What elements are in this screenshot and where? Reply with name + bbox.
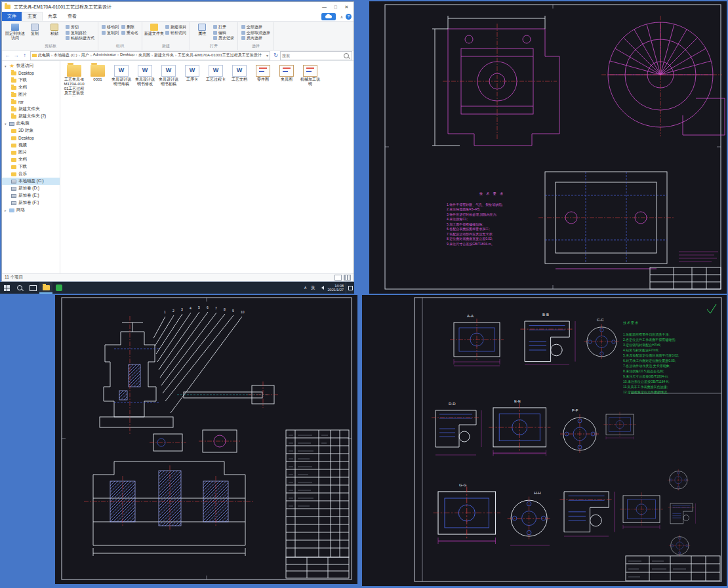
file-item[interactable]: W 0001 (87, 65, 109, 96)
breadcrumb-item[interactable]: Desktop (120, 52, 138, 58)
file-item[interactable]: W 工艺过程卡 (205, 65, 227, 96)
details-view-icon[interactable] (334, 275, 342, 281)
sidebar-item[interactable]: Desktop (2, 134, 60, 142)
tab-file[interactable]: 文件 (2, 12, 22, 21)
sidebar-item[interactable]: 音乐 (2, 170, 60, 178)
invert-selection-icon (241, 36, 245, 40)
file-item[interactable]: W 夹具设计说明书初稿 (157, 65, 180, 96)
sidebar-item[interactable]: 图片 (2, 91, 60, 98)
minimize-button[interactable]: — (319, 3, 330, 11)
sidebar-item[interactable]: 新建文件夹 (2) (2, 113, 60, 120)
tab-home[interactable]: 主页 (22, 12, 43, 21)
delete-button[interactable]: 删除 (121, 24, 138, 30)
rename-button[interactable]: 重命名 (121, 30, 138, 36)
refresh-button[interactable]: ↻ (272, 52, 280, 58)
properties-button[interactable]: 属性 (192, 23, 212, 37)
breadcrumb-item[interactable]: 此电脑 (38, 52, 54, 58)
sidebar-item[interactable]: 下载 (2, 163, 60, 170)
select-all-button[interactable]: 全部选择 (241, 24, 270, 30)
taskbar-explorer-button[interactable] (39, 282, 52, 294)
file-item[interactable]: W 工艺文档 (228, 65, 251, 96)
sidebar-item[interactable]: Desktop (2, 69, 60, 77)
sidebar-item[interactable]: 文档 (2, 156, 60, 163)
file-item[interactable]: W 工序卡 (181, 65, 203, 96)
section-label: F-F (572, 408, 578, 412)
help-icon[interactable]: ? (346, 14, 352, 20)
file-item[interactable]: W 工艺夹具-EM170A-01001工艺过程及工艺装设计 (63, 65, 85, 96)
sidebar-item[interactable]: 文档 (2, 84, 60, 91)
close-button[interactable]: ✕ (341, 3, 352, 11)
new-folder-button[interactable]: 新建文件夹 (144, 23, 164, 37)
ribbon-collapse-icon[interactable]: ∧ (338, 12, 346, 21)
sidebar-item[interactable]: 图片 (2, 149, 60, 156)
history-button[interactable]: 历史记录 (213, 35, 234, 41)
paste-shortcut-button[interactable]: 粘贴快捷方式 (66, 35, 94, 41)
word-mark: W (115, 66, 128, 75)
breadcrumb-item[interactable]: 用户 (81, 52, 93, 58)
task-view-button[interactable] (26, 282, 39, 294)
taskbar-clock[interactable]: 14:08 2021/1/27 (326, 282, 346, 294)
paste-button[interactable]: 粘贴 (45, 23, 64, 37)
group-label-new: 新建 (144, 43, 188, 50)
tab-view[interactable]: 查看 (62, 12, 82, 21)
cloud-badge[interactable] (321, 13, 336, 20)
sidebar-item[interactable]: 下载 (2, 77, 60, 84)
search-input[interactable] (281, 54, 344, 58)
move-to-button[interactable]: 移动到 (102, 24, 119, 30)
back-button[interactable]: ← (3, 52, 12, 58)
new-item-button[interactable]: 新建项目 (165, 24, 186, 30)
file-item[interactable]: W 零件图 (252, 65, 274, 96)
tray-expand-icon[interactable]: ∧ (302, 282, 309, 294)
easy-access-button[interactable]: 轻松访问 (165, 30, 186, 36)
sidebar-item[interactable]: 3D 对象 (2, 127, 60, 134)
ime-indicator[interactable]: 英 (309, 282, 317, 294)
select-none-button[interactable]: 全部取消选择 (241, 30, 270, 36)
sidebar-item[interactable]: 新建文件夹 (2, 106, 60, 113)
file-item[interactable]: W 机械加工说明 (299, 65, 321, 96)
breadcrumb-item[interactable]: 夹具图 (138, 52, 154, 58)
invert-selection-button[interactable]: 反向选择 (241, 35, 270, 41)
address-bar[interactable]: 此电脑本地磁盘 (C:)用户AdministratorDesktop夹具图新建文… (30, 51, 270, 60)
sidebar-item[interactable]: 新加卷 (D:) (2, 185, 60, 192)
open-button[interactable]: 打开 (213, 24, 234, 30)
sidebar-this-pc[interactable]: ▾ 此电脑 (2, 120, 60, 127)
copy-button[interactable]: 复制 (25, 23, 45, 37)
explorer-titlebar: 工艺夹具-EM170A-01001工艺过程及工艺装设计 — □ ✕ (2, 2, 354, 12)
file-item[interactable]: W 夹具图 (275, 65, 298, 96)
breadcrumb-item[interactable]: 工艺夹具-EM170A-01001工艺过程及工艺装设计 (178, 52, 262, 58)
edit-button[interactable]: 编辑 (213, 30, 234, 36)
sidebar-quick-access[interactable]: ▾ 快速访问 (2, 62, 60, 69)
file-item[interactable]: W 夹具设计说明书终稿 (110, 65, 132, 96)
thumbnail-view-icon[interactable] (344, 275, 351, 281)
sidebar-item[interactable]: rar (2, 98, 60, 106)
pin-button[interactable]: 固定到快速访问 (5, 23, 25, 41)
forward-button[interactable]: → (12, 52, 20, 58)
up-button[interactable]: ↑ (20, 52, 29, 58)
address-dropdown-icon[interactable]: ▾ (266, 53, 268, 58)
copy-path-button[interactable]: 复制路径 (66, 30, 94, 36)
tab-share[interactable]: 共享 (43, 12, 62, 21)
search-icon (344, 53, 349, 58)
drive-or-folder-icon (11, 136, 16, 140)
sidebar-item[interactable]: 本地磁盘 (C:) (2, 178, 60, 185)
cut-button[interactable]: 剪切 (66, 24, 94, 30)
copy-to-button[interactable]: 复制到 (102, 30, 119, 36)
action-center-icon[interactable] (346, 282, 354, 294)
group-label-open: 打开 (192, 43, 235, 50)
taskbar-search-button[interactable] (13, 282, 26, 294)
start-button[interactable] (0, 282, 13, 294)
breadcrumb-item[interactable]: 本地磁盘 (C:) (54, 52, 81, 58)
open-icon (213, 25, 217, 29)
breadcrumb-item[interactable]: Administrator (93, 52, 120, 58)
file-name: 0001 (87, 77, 109, 82)
sidebar-network[interactable]: ▸ 网络 (2, 206, 60, 214)
sidebar-item[interactable]: 新加卷 (E:) (2, 192, 60, 199)
taskbar-caxa-button[interactable] (52, 282, 66, 294)
sidebar-item[interactable]: 视频 (2, 142, 60, 149)
dimension-lines (435, 364, 609, 545)
volume-icon[interactable] (317, 282, 326, 294)
sidebar-item[interactable]: 新加卷 (F:) (2, 199, 60, 206)
breadcrumb-item[interactable]: 新建文件夹 (154, 52, 178, 58)
maximize-button[interactable]: □ (330, 3, 341, 11)
file-item[interactable]: W 夹具设计说明书修改 (134, 65, 156, 96)
